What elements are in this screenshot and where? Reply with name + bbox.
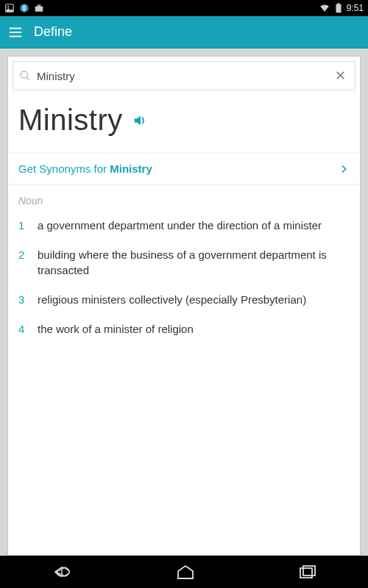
definition-row: 1 a government department under the dire… xyxy=(18,211,350,240)
word-heading-row: Ministry xyxy=(8,90,360,153)
svg-rect-6 xyxy=(337,3,339,4)
android-nav-bar xyxy=(0,556,368,588)
bluetooth-icon xyxy=(19,3,29,13)
recents-icon[interactable] xyxy=(298,564,317,580)
svg-point-10 xyxy=(21,71,27,78)
svg-point-1 xyxy=(7,6,9,7)
definition-number: 2 xyxy=(18,248,27,278)
status-right: 9:51 xyxy=(319,3,364,13)
svg-rect-4 xyxy=(38,5,40,7)
svg-rect-12 xyxy=(300,568,312,578)
audio-icon[interactable] xyxy=(132,112,148,129)
app-bar: Define xyxy=(0,16,368,49)
synonyms-word: Ministry xyxy=(110,162,152,175)
hamburger-icon[interactable] xyxy=(7,24,24,40)
status-time: 9:51 xyxy=(347,3,364,13)
definition-number: 4 xyxy=(18,322,27,337)
definition-number: 3 xyxy=(18,293,27,307)
home-icon[interactable] xyxy=(175,564,196,580)
definition-text: a government department under the direct… xyxy=(38,218,350,233)
definition-row: 4 the work of a minister of religion xyxy=(18,315,350,344)
definition-number: 1 xyxy=(18,218,27,233)
wifi-icon xyxy=(319,3,330,13)
synonyms-button[interactable]: Get Synonyms for Ministry xyxy=(8,153,360,184)
content-area: ✕ Ministry Get Synonyms for Ministry Nou… xyxy=(0,49,368,556)
battery-icon xyxy=(335,3,342,13)
definition-text: religious ministers collectively (especi… xyxy=(38,293,350,307)
clear-icon[interactable]: ✕ xyxy=(331,68,349,84)
briefcase-icon xyxy=(34,3,44,13)
app-title: Define xyxy=(34,24,72,40)
image-icon xyxy=(4,3,15,13)
status-left xyxy=(4,3,44,13)
back-icon[interactable] xyxy=(51,564,73,580)
synonyms-prefix: Get Synonyms for xyxy=(18,162,110,175)
definition-row: 2 building where the business of a gover… xyxy=(18,240,350,285)
definition-text: the work of a minister of religion xyxy=(38,322,350,337)
search-input[interactable] xyxy=(37,62,325,90)
search-row: ✕ xyxy=(13,61,355,90)
definition-text: building where the business of a governm… xyxy=(38,248,350,278)
svg-rect-5 xyxy=(336,4,341,12)
status-bar: 9:51 xyxy=(0,0,368,16)
definition-row: 3 religious ministers collectively (espe… xyxy=(18,285,350,315)
chevron-right-icon xyxy=(338,163,350,175)
definition-card: ✕ Ministry Get Synonyms for Ministry Nou… xyxy=(7,56,361,556)
svg-rect-3 xyxy=(35,7,43,12)
part-of-speech: Noun xyxy=(8,184,360,211)
definitions-list: 1 a government department under the dire… xyxy=(8,211,360,344)
word-heading: Ministry xyxy=(18,104,123,137)
search-icon xyxy=(19,70,31,82)
svg-line-11 xyxy=(26,77,29,80)
svg-rect-13 xyxy=(303,566,315,576)
